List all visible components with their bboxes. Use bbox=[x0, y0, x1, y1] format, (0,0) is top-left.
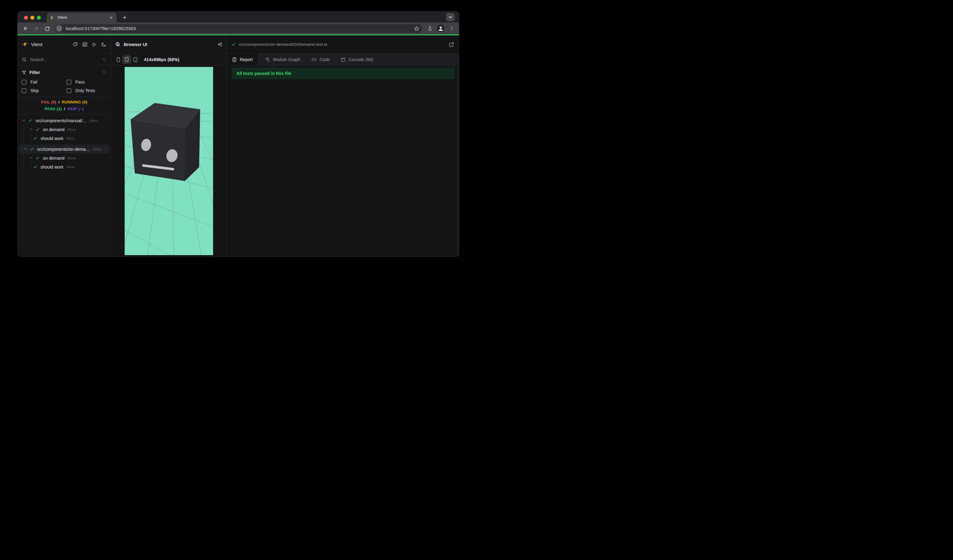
test-file-row[interactable]: src/components/manual/… 56ms bbox=[17, 116, 111, 125]
fail-count: FAIL (0) bbox=[41, 100, 56, 104]
filter-header: Filter bbox=[22, 68, 107, 76]
clear-filter-icon[interactable] bbox=[102, 70, 107, 75]
test-duration: 43ms bbox=[67, 156, 76, 160]
reload-button[interactable] bbox=[43, 24, 51, 33]
tree-indent-guide bbox=[31, 135, 31, 142]
search-input[interactable] bbox=[30, 57, 102, 62]
checkbox[interactable] bbox=[67, 88, 71, 93]
checkbox[interactable] bbox=[22, 88, 26, 93]
tree-indent-guide bbox=[31, 163, 31, 170]
sidebar-actions bbox=[73, 42, 107, 47]
filter-checkbox-fail[interactable]: Fail bbox=[22, 79, 67, 85]
url-bar[interactable]: localhost:5173/#/?file=1828625563 bbox=[55, 24, 422, 33]
scrollbar-gutter[interactable] bbox=[457, 66, 459, 257]
test-file-path: src/components/on-demand/OnDemand.test.t… bbox=[239, 42, 448, 47]
url-text[interactable]: localhost:5173/#/?file=1828625563 bbox=[66, 26, 413, 31]
tab-module-graph[interactable]: Module Graph bbox=[259, 54, 306, 65]
open-external-icon[interactable] bbox=[448, 41, 455, 48]
browser-ui-title: Browser UI bbox=[124, 42, 216, 47]
dock-panel-right-icon[interactable] bbox=[216, 42, 223, 48]
filter-title: Filter bbox=[29, 70, 102, 75]
filter-options: Fail Pass Skip Only Tests bbox=[22, 79, 107, 94]
pass-check-icon bbox=[30, 147, 34, 151]
pass-count: PASS (2) bbox=[45, 107, 62, 111]
browser-window: Vitest bbox=[17, 11, 459, 257]
vitest-ui: Vitest bbox=[17, 35, 459, 257]
device-tablet-button[interactable] bbox=[131, 55, 140, 64]
tested-page-viewport[interactable] bbox=[125, 67, 213, 255]
test-duration: 55ms bbox=[66, 137, 75, 140]
filter-checkbox-skip[interactable]: Skip bbox=[22, 87, 67, 94]
device-phone-small-button[interactable] bbox=[114, 55, 123, 64]
skip-count: SKIP (--) bbox=[67, 107, 84, 111]
back-button[interactable] bbox=[21, 24, 29, 33]
chevron-down-icon[interactable] bbox=[29, 156, 33, 160]
zoom-window-button[interactable] bbox=[37, 16, 41, 20]
test-file-row-selected[interactable]: src/components/on-dema… 43ms bbox=[19, 144, 109, 154]
test-summary: FAIL (0) / RUNNING (0) PASS (2) / SKIP (… bbox=[17, 97, 111, 114]
pass-check-icon bbox=[36, 156, 40, 160]
summary-row-fail-running: FAIL (0) / RUNNING (0) bbox=[17, 99, 111, 105]
search-icon bbox=[22, 57, 27, 62]
tab-title: Vitest bbox=[57, 16, 109, 20]
sidebar: Vitest bbox=[17, 35, 111, 257]
site-info-icon[interactable] bbox=[55, 25, 63, 32]
tab-code[interactable]: Code bbox=[306, 54, 335, 65]
filter-section: Filter Fail Pass bbox=[17, 66, 111, 97]
report-panel: src/components/on-demand/OnDemand.test.t… bbox=[227, 35, 459, 257]
code-icon bbox=[311, 57, 317, 62]
funnel-icon bbox=[22, 70, 26, 75]
close-window-button[interactable] bbox=[24, 16, 28, 20]
browser-menu-icon[interactable] bbox=[448, 25, 456, 33]
globe-icon bbox=[115, 42, 120, 47]
tab-console[interactable]: Console (69) bbox=[335, 54, 379, 65]
toolbar-right-actions bbox=[426, 25, 456, 33]
robot-cube bbox=[131, 103, 200, 181]
test-duration: 56ms bbox=[90, 119, 98, 123]
device-toolbar: 414x896px (68%) bbox=[111, 54, 227, 66]
clear-search-filter-icon[interactable] bbox=[102, 57, 107, 62]
browser-tab[interactable]: Vitest bbox=[47, 12, 117, 22]
running-count: RUNNING (0) bbox=[62, 100, 87, 104]
new-tab-button[interactable] bbox=[121, 14, 129, 22]
filter-checkbox-pass[interactable]: Pass bbox=[67, 79, 107, 85]
experiments-flask-icon[interactable] bbox=[426, 25, 434, 33]
collapse-tree-icon[interactable] bbox=[73, 42, 78, 47]
tree-indent-guide bbox=[23, 153, 24, 170]
chevron-down-icon[interactable] bbox=[22, 119, 26, 122]
profile-avatar[interactable] bbox=[437, 25, 445, 32]
file-path-header: src/components/on-demand/OnDemand.test.t… bbox=[227, 35, 459, 54]
checkbox[interactable] bbox=[67, 80, 71, 84]
checkbox[interactable] bbox=[22, 80, 26, 84]
run-all-icon[interactable] bbox=[92, 42, 97, 47]
filter-checkbox-only-tests[interactable]: Only Tests bbox=[67, 87, 107, 94]
chevron-down-icon[interactable] bbox=[29, 128, 33, 131]
report-content: All tests passed in this file bbox=[227, 66, 459, 257]
tab-close-icon[interactable] bbox=[109, 15, 113, 20]
search-row bbox=[17, 54, 111, 66]
bookmark-star-icon[interactable] bbox=[413, 25, 421, 33]
minimize-window-button[interactable] bbox=[30, 16, 34, 20]
test-suite-row[interactable]: on demand 43ms bbox=[17, 154, 111, 163]
browser-toolbar: localhost:5173/#/?file=1828625563 bbox=[17, 22, 459, 34]
pass-check-icon bbox=[28, 118, 32, 123]
clipboard-icon bbox=[232, 57, 237, 62]
test-duration: 43ms bbox=[66, 165, 75, 169]
tab-search-chevron-button[interactable] bbox=[446, 13, 455, 21]
pass-check-icon bbox=[33, 137, 37, 140]
dark-mode-moon-icon[interactable] bbox=[101, 42, 107, 47]
window-controls bbox=[24, 16, 41, 20]
test-case-row[interactable]: should work 43ms bbox=[17, 163, 111, 171]
vitest-logo bbox=[22, 42, 28, 48]
tab-strip: Vitest bbox=[17, 11, 459, 22]
report-tab-bar: Report Module Graph Code bbox=[227, 54, 459, 66]
tab-report[interactable]: Report bbox=[227, 54, 258, 65]
chevron-down-icon[interactable] bbox=[23, 147, 27, 151]
device-phone-plus-button[interactable] bbox=[123, 55, 131, 64]
module-graph-icon bbox=[265, 57, 270, 62]
test-case-row[interactable]: should work 55ms bbox=[17, 134, 111, 143]
test-suite-row[interactable]: on demand 56ms bbox=[17, 125, 111, 134]
dashboard-icon[interactable] bbox=[82, 42, 87, 47]
pass-check-icon bbox=[36, 127, 40, 132]
forward-button[interactable] bbox=[32, 24, 40, 33]
